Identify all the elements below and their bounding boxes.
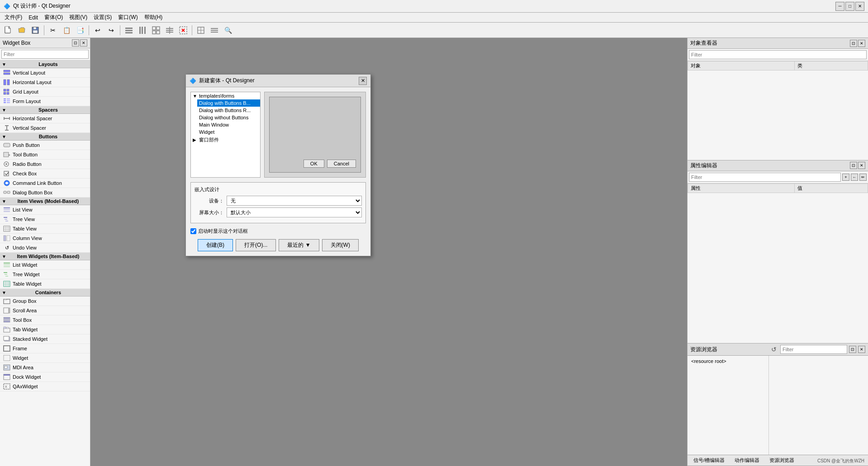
prop-add-button[interactable]: + — [842, 174, 849, 181]
category-item-views[interactable]: ▼Item Views (Model-Based) — [0, 198, 90, 205]
widget-push-button[interactable]: Push Button — [0, 141, 90, 150]
widget-check-box[interactable]: Check Box — [0, 169, 90, 179]
device-select[interactable]: 无 — [227, 196, 362, 206]
tree-item-widget[interactable]: Widget — [197, 128, 260, 136]
tree-folder-item[interactable]: ▶ 窗口部件 — [191, 136, 260, 144]
category-containers[interactable]: ▼Containers — [0, 289, 90, 297]
tree-item-dialog-buttons-right[interactable]: Dialog with Buttons R... — [197, 107, 260, 114]
resource-root-item[interactable]: <resource root> — [689, 358, 767, 365]
prop-editor-close[interactable]: ✕ — [858, 162, 865, 169]
menu-view[interactable]: 视图(V) — [66, 13, 90, 22]
toolbar-adjust-size[interactable] — [194, 24, 207, 37]
toolbar-redo[interactable]: ↪ — [105, 24, 118, 37]
widget-horizontal-spacer[interactable]: Horizontal Spacer — [0, 114, 90, 123]
widget-vertical-spacer[interactable]: Vertical Spacer — [0, 123, 90, 133]
show-on-startup-checkbox[interactable] — [190, 228, 196, 234]
tree-item-dialog-no-buttons[interactable]: Dialog without Buttons — [197, 114, 260, 121]
create-button[interactable]: 创建(B) — [198, 239, 233, 251]
widget-grid-layout[interactable]: Grid Layout — [0, 87, 90, 97]
toolbar-layout2[interactable] — [136, 24, 149, 37]
object-inspector-close[interactable]: ✕ — [858, 40, 865, 47]
resource-browser-float[interactable]: ⊡ — [849, 346, 856, 353]
minimize-button[interactable]: ─ — [835, 2, 844, 11]
widget-command-link-button[interactable]: Command Link Button — [0, 179, 90, 188]
resource-refresh-icon[interactable]: ↺ — [769, 345, 778, 354]
object-inspector-float[interactable]: ⊡ — [850, 40, 857, 47]
resource-browser-filter-input[interactable] — [780, 345, 847, 354]
widget-tab-widget[interactable]: Tab Widget — [0, 325, 90, 334]
widget-scroll-area[interactable]: Scroll Area — [0, 306, 90, 315]
resource-browser-close[interactable]: ✕ — [858, 346, 865, 353]
widget-tool-box[interactable]: Tool Box — [0, 315, 90, 325]
tab-resource-browser[interactable]: 资源浏览器 — [765, 456, 798, 465]
widget-stacked-widget[interactable]: Stacked Widget — [0, 334, 90, 344]
widget-table-widget[interactable]: Table Widget — [0, 279, 90, 289]
widget-mdi-area[interactable]: MDI Area — [0, 363, 90, 372]
widget-vertical-layout[interactable]: Vertical Layout — [0, 68, 90, 78]
widget-tree-view[interactable]: Tree View — [0, 215, 90, 224]
widget-box-filter-input[interactable] — [1, 50, 89, 59]
tab-action-editor[interactable]: 动作编辑器 — [730, 456, 764, 465]
tree-item-main-window[interactable]: Main Window — [197, 121, 260, 128]
toolbar-paste[interactable]: 📑 — [74, 24, 86, 37]
toolbar-undo[interactable]: ↩ — [91, 24, 104, 37]
widget-table-view[interactable]: Table View — [0, 224, 90, 234]
tree-item-dialog-buttons-bottom[interactable]: Dialog with Buttons B... — [197, 99, 260, 107]
category-buttons[interactable]: ▼Buttons — [0, 133, 90, 141]
menu-file[interactable]: 文件(F) — [2, 13, 25, 22]
widget-widget[interactable]: Widget — [0, 353, 90, 363]
property-editor-filter-input[interactable] — [689, 173, 841, 182]
category-item-widgets[interactable]: ▼Item Widgets (Item-Based) — [0, 253, 90, 260]
tab-signal-slot-editor[interactable]: 信号/槽编辑器 — [689, 456, 729, 465]
widget-radio-button[interactable]: Radio Button — [0, 160, 90, 169]
prop-editor-float[interactable]: ⊡ — [850, 162, 857, 169]
tree-root-item[interactable]: ▼ templates\forms — [191, 92, 260, 99]
toolbar-break-layout[interactable] — [177, 24, 190, 37]
widget-frame[interactable]: Frame — [0, 344, 90, 353]
dialog-close-button[interactable]: ✕ — [359, 77, 367, 85]
toolbar-cut[interactable]: ✂ — [47, 24, 59, 37]
toolbar-open[interactable] — [15, 24, 28, 37]
screen-size-select[interactable]: 默认大小 — [227, 207, 362, 217]
toolbar-new[interactable] — [2, 24, 14, 37]
horizontal-layout-icon — [3, 79, 11, 86]
menu-settings[interactable]: 设置(S) — [91, 13, 114, 22]
widget-column-view[interactable]: Column View — [0, 234, 90, 243]
widget-undo-view[interactable]: ↺ Undo View — [0, 243, 90, 253]
widget-group-box[interactable]: GB Group Box — [0, 297, 90, 306]
widget-dialog-button-box[interactable]: Dialog Button Box — [0, 188, 90, 198]
prop-nav-button[interactable]: ← — [851, 174, 858, 181]
widget-list-widget[interactable]: List Widget — [0, 260, 90, 270]
toolbar-copy[interactable]: 📋 — [60, 24, 73, 37]
menu-window[interactable]: 窗口(W) — [115, 13, 140, 22]
category-layouts[interactable]: ▼Layouts — [0, 61, 90, 68]
widget-box-float[interactable]: ⊡ — [72, 39, 79, 47]
open-button[interactable]: 打开(O)... — [236, 239, 276, 251]
menu-edit[interactable]: Edit — [26, 14, 41, 22]
widget-tool-button[interactable]: Tool Button — [0, 150, 90, 160]
menu-help[interactable]: 帮助(H) — [142, 13, 166, 22]
close-dialog-button[interactable]: 关闭(W) — [322, 239, 359, 251]
widget-box-close[interactable]: ✕ — [80, 39, 87, 47]
widget-tree-widget[interactable]: Tree Widget — [0, 270, 90, 279]
widget-form-layout[interactable]: Form Layout — [0, 97, 90, 106]
object-inspector-filter-input[interactable] — [689, 50, 867, 59]
widget-list-view[interactable]: List View — [0, 205, 90, 215]
restore-button[interactable]: □ — [845, 2, 854, 11]
vertical-layout-icon — [3, 69, 11, 76]
toolbar-layout1[interactable] — [123, 24, 135, 37]
toolbar-layout5[interactable] — [208, 24, 221, 37]
toolbar-layout4[interactable] — [163, 24, 176, 37]
toolbar-preview[interactable]: 🔍 — [222, 24, 234, 37]
prop-edit-button[interactable]: ✏ — [859, 174, 867, 181]
menu-form[interactable]: 窗体(O) — [42, 13, 66, 22]
toolbar-save[interactable] — [29, 24, 42, 37]
svg-rect-42 — [7, 102, 10, 103]
category-spacers[interactable]: ▼Spacers — [0, 106, 90, 114]
recent-button[interactable]: 最近的 ▼ — [279, 239, 319, 251]
widget-horizontal-layout[interactable]: Horizontal Layout — [0, 78, 90, 87]
widget-dock-widget[interactable]: Dock Widget — [0, 372, 90, 382]
toolbar-layout3[interactable] — [150, 24, 162, 37]
close-button[interactable]: ✕ — [855, 2, 864, 11]
widget-qax-widget[interactable]: X QAxWidget — [0, 382, 90, 391]
